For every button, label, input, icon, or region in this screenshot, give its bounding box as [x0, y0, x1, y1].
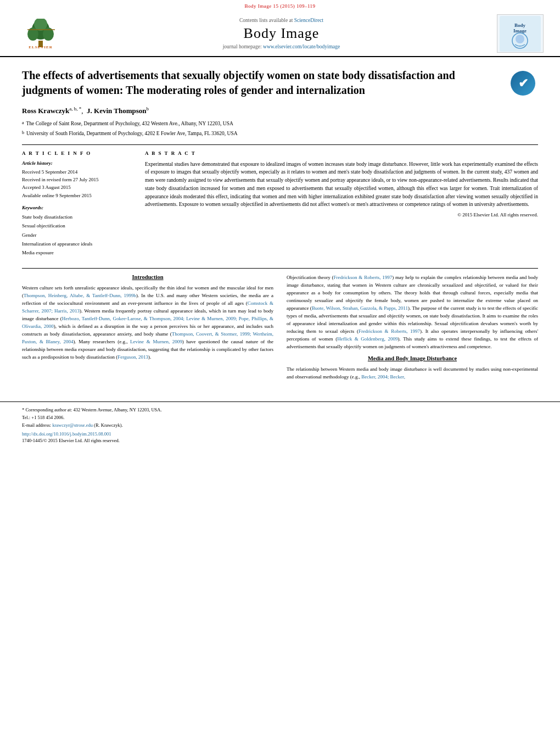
affil-2: b University of South Florida, Departmen… — [22, 130, 538, 138]
author-1-name: Ross Krawczyk — [22, 107, 69, 115]
keywords-label: Keywords: — [22, 205, 132, 210]
doi-link[interactable]: http://dx.doi.org/10.1016/j.bodyim.2015.… — [22, 431, 111, 437]
author-1-sup: a, b, * — [69, 106, 81, 111]
revised-date: Received in revised form 27 July 2015 — [22, 176, 132, 183]
body-right-col: Objectification theory (Fredrickson & Ro… — [287, 274, 538, 385]
keyword-3: Gender — [22, 231, 132, 239]
accepted-date: Accepted 3 August 2015 — [22, 183, 132, 191]
footnote-star: * Corresponding author at: 432 Western A… — [22, 406, 538, 414]
homepage-line: journal homepage: www.elsevier.com/locat… — [66, 44, 497, 49]
keyword-1: State body dissatisfaction — [22, 213, 132, 221]
media-para: The relationship between Western media a… — [287, 366, 538, 381]
authors-line: Ross Krawczyka, b, *, J. Kevin Thompsonb — [22, 106, 538, 115]
journal-title-large: Body Image — [66, 25, 497, 42]
affil-1-text: The College of Saint Rose, Department of… — [26, 120, 233, 128]
email-link[interactable]: krawczyr@strose.edu — [52, 422, 94, 428]
body-left-col: Introduction Western culture sets forth … — [22, 274, 273, 385]
objectification-para: Objectification theory (Fredrickson & Ro… — [287, 274, 538, 350]
elsevier-logo: ELSEVIER — [16, 19, 66, 49]
sciencedirect-link[interactable]: ScienceDirect — [294, 18, 323, 23]
keyword-5: Media exposure — [22, 248, 132, 257]
becker-link[interactable]: Becker, 2004; Becker, — [361, 374, 405, 380]
keyword-2: Sexual objectification — [22, 221, 132, 230]
article-content: The effects of advertisements that sexua… — [0, 57, 560, 268]
herbozo-link[interactable]: Herbozo, Tantleff-Dunn, Gokee-Larose, & … — [22, 316, 273, 329]
ferguson-link[interactable]: Ferguson, 2013 — [117, 354, 148, 360]
affil-2-sup: b — [22, 130, 24, 138]
crossmark-logo: ✔ — [508, 68, 538, 98]
contents-line: Contents lists available at ScienceDirec… — [66, 18, 497, 23]
received-date: Received 5 September 2014 — [22, 168, 132, 176]
levine-link[interactable]: Levine & Murnen, 2009 — [130, 339, 182, 344]
body-image-logo-icon: Body Image — [500, 16, 541, 52]
affil-1-sup: a — [22, 120, 24, 128]
fredrickson-link[interactable]: Fredrickson & Roberts, 1997 — [334, 275, 393, 280]
history-label: Article history: — [22, 160, 132, 166]
affiliations: a The College of Saint Rose, Department … — [22, 120, 538, 137]
journal-center: Contents lists available at ScienceDirec… — [66, 18, 497, 49]
fredrickson-link2[interactable]: Fredrickson & Roberts, 1997 — [359, 328, 420, 334]
journal-header: ELSEVIER Contents lists available at Sci… — [0, 10, 560, 57]
abstract-heading: A B S T R A C T — [145, 150, 538, 156]
elsevier-tree-icon: ELSEVIER — [22, 19, 60, 49]
homepage-link[interactable]: www.elsevier.com/locate/bodyimage — [263, 44, 340, 49]
main-body: Introduction Western culture sets forth … — [0, 269, 560, 396]
footnote-email: E-mail address: krawczyr@strose.edu (R. … — [22, 422, 538, 429]
divider-1 — [22, 144, 538, 145]
page: Body Image 15 (2015) 109–119 ELSEVIER Co… — [0, 0, 560, 742]
article-title: The effects of advertisements that sexua… — [22, 68, 483, 98]
svg-text:ELSEVIER: ELSEVIER — [29, 45, 52, 49]
abstract-text: Experimental studies have demonstrated t… — [145, 160, 538, 209]
thompson-link[interactable]: Thompson, Heinberg, Altabe, & Tantleff-D… — [24, 293, 136, 298]
affil-1: a The College of Saint Rose, Department … — [22, 120, 538, 128]
affil-2-text: University of South Florida, Department … — [26, 130, 238, 138]
available-date: Available online 9 September 2015 — [22, 192, 132, 199]
author-2-name: J. Kevin Thompson — [87, 107, 147, 115]
svg-text:Body: Body — [514, 23, 526, 28]
doi-line: http://dx.doi.org/10.1016/j.bodyim.2015.… — [22, 431, 538, 437]
article-title-section: The effects of advertisements that sexua… — [22, 68, 538, 98]
body-two-col: Introduction Western culture sets forth … — [22, 274, 538, 385]
article-info-col: A R T I C L E I N F O Article history: R… — [22, 150, 132, 258]
journal-volume-info: Body Image 15 (2015) 109–119 — [0, 0, 560, 10]
abstract-col: A B S T R A C T Experimental studies hav… — [145, 150, 538, 258]
footnote-tel: Tel.: +1 518 454 2006. — [22, 414, 538, 422]
body-image-logo: Body Image — [497, 14, 544, 53]
author-2-sup: b — [147, 106, 149, 111]
issn-line: 1740-1445/© 2015 Elsevier Ltd. All right… — [22, 438, 538, 443]
svg-point-11 — [516, 35, 524, 43]
article-info-heading: A R T I C L E I N F O — [22, 150, 132, 156]
comstock-link[interactable]: Comstock & Scharrer, 2007; Harris, 2013 — [22, 300, 273, 314]
info-abstract-section: A R T I C L E I N F O Article history: R… — [22, 150, 538, 258]
footnote-area: * Corresponding author at: 432 Western A… — [0, 401, 560, 447]
intro-para-1: Western culture sets forth unrealistic a… — [22, 284, 273, 361]
heflick-link[interactable]: Heflick & Goldenberg, 2009 — [337, 336, 397, 342]
buote-link[interactable]: Buote, Wilson, Strahan, Gazzola, & Papps… — [312, 305, 408, 311]
keyword-4: Internalization of appearance ideals — [22, 239, 132, 248]
crossmark-icon: ✔ — [511, 71, 535, 96]
introduction-title: Introduction — [22, 274, 273, 280]
media-section-title: Media and Body Image Disturbance — [287, 355, 538, 361]
copyright-text: © 2015 Elsevier Ltd. All rights reserved… — [145, 212, 538, 217]
